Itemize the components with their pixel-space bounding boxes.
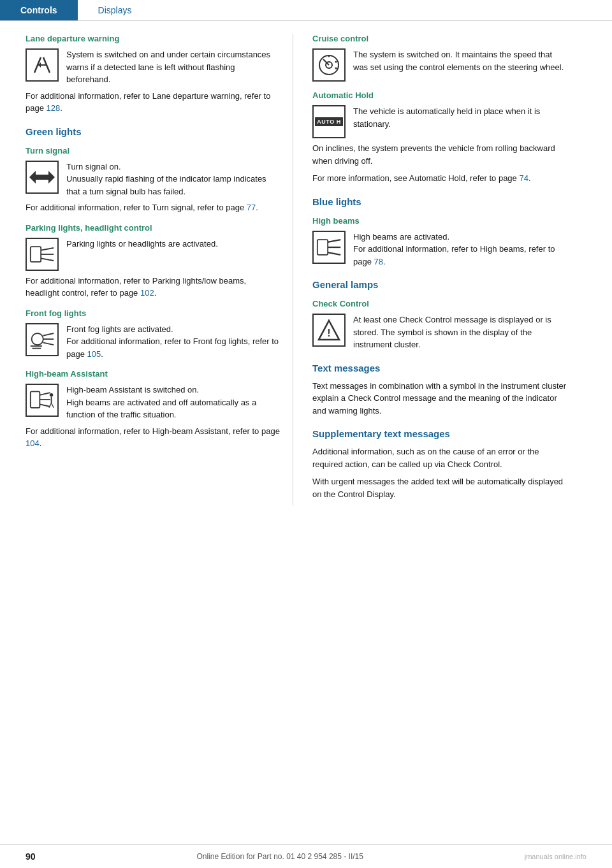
general-lamps-heading: General lamps	[312, 279, 567, 290]
front-fog-heading: Front fog lights	[26, 308, 280, 318]
parking-lights-text: Parking lights or headlights are activat…	[66, 238, 280, 250]
front-fog-icon	[26, 323, 59, 356]
svg-rect-15	[31, 391, 40, 407]
svg-line-10	[43, 333, 54, 336]
supplementary-para2: With urgent messages the added text will…	[312, 475, 567, 500]
automatic-hold-para2: On inclines, the system prevents the veh…	[312, 142, 567, 167]
tab-displays[interactable]: Displays	[78, 0, 152, 20]
svg-point-9	[32, 333, 43, 345]
parking-lights-block: Parking lights or headlights are activat…	[26, 238, 280, 271]
front-fog-section: Front fog lights	[26, 308, 280, 361]
svg-line-6	[41, 248, 54, 250]
automatic-hold-text: The vehicle is automatically held in pla…	[353, 105, 567, 130]
lane-departure-text: System is switched on and under certain …	[66, 48, 280, 86]
hba-section: High-beam Assistant	[26, 369, 280, 450]
automatic-hold-heading: Automatic Hold	[312, 90, 567, 100]
supplementary-heading: Supplementary text messages	[312, 428, 567, 439]
text-messages-para: Text messages in combination with a symb…	[312, 380, 567, 417]
automatic-hold-block: AUTO H The vehicle is automatically held…	[312, 105, 567, 138]
svg-line-18	[40, 404, 50, 407]
high-beams-block: High beams are activated. For additional…	[312, 231, 567, 268]
cruise-control-icon	[312, 48, 346, 82]
high-beams-link[interactable]: 78	[374, 257, 383, 266]
lane-departure-para: For additional information, refer to Lan…	[26, 90, 280, 115]
turn-signal-text: Turn signal on. Unusually rapid flashing…	[66, 161, 280, 198]
high-beams-section: High beams High beams are activated.	[312, 216, 567, 268]
hba-para: For additional information, refer to Hig…	[26, 425, 280, 450]
green-lights-section: Green lights Turn signal Turn signal on.…	[26, 126, 280, 450]
check-control-text: At least one Check Control message is di…	[353, 314, 567, 351]
svg-rect-5	[31, 247, 41, 262]
tab-controls[interactable]: Controls	[0, 0, 78, 20]
parking-lights-para: For additional information, refer to Par…	[26, 275, 280, 300]
lane-departure-section: Lane departure warning System is switche…	[26, 34, 280, 115]
cruise-control-section: Cruise control The system is	[312, 34, 567, 82]
svg-rect-29	[317, 240, 328, 255]
hba-block: High-beam Assistant is switched on. High…	[26, 384, 280, 421]
turn-signal-block: Turn signal on. Unusually rapid flashing…	[26, 161, 280, 198]
cruise-control-block: The system is switched on. It maintains …	[312, 48, 567, 82]
blue-lights-heading: Blue lights	[312, 196, 567, 207]
online-edition: Online Edition for Part no. 01 40 2 954 …	[196, 852, 363, 861]
parking-lights-icon	[26, 238, 59, 271]
text-messages-section: Text messages Text messages in combinati…	[312, 363, 567, 417]
lane-departure-link[interactable]: 128	[47, 103, 61, 113]
cruise-control-heading: Cruise control	[312, 34, 567, 43]
hba-heading: High-beam Assistant	[26, 369, 280, 379]
cruise-control-text: The system is switched on. It maintains …	[353, 48, 567, 73]
supplementary-section: Supplementary text messages Additional i…	[312, 428, 567, 500]
header-tabs: Controls Displays	[0, 0, 612, 21]
parking-lights-link[interactable]: 102	[140, 288, 154, 298]
check-control-block: ! At least one Check Control message is …	[312, 314, 567, 351]
watermark: jmanuals online.info	[525, 853, 586, 860]
high-beams-heading: High beams	[312, 216, 567, 226]
general-lamps-section: General lamps Check Control ! At least o…	[312, 279, 567, 351]
hba-icon	[26, 384, 59, 417]
svg-point-28	[335, 68, 337, 69]
automatic-hold-icon: AUTO H	[312, 105, 346, 138]
svg-marker-4	[29, 171, 55, 184]
turn-signal-icon	[26, 161, 59, 194]
svg-text:!: !	[327, 328, 330, 338]
svg-line-8	[41, 258, 54, 261]
parking-lights-heading: Parking lights, headlight control	[26, 223, 280, 233]
footer: 90 Online Edition for Part no. 01 40 2 9…	[0, 844, 612, 868]
check-control-section: Check Control ! At least one Check Contr…	[312, 299, 567, 351]
high-beams-text: High beams are activated. For additional…	[353, 231, 567, 268]
svg-point-19	[50, 393, 53, 396]
svg-point-26	[328, 55, 330, 57]
parking-lights-section: Parking lights, headlight control Parkin…	[26, 223, 280, 300]
supplementary-para1: Additional information, such as on the c…	[312, 445, 567, 470]
check-control-heading: Check Control	[312, 299, 567, 308]
front-fog-text: Front fog lights are activated. For addi…	[66, 323, 280, 361]
hba-link[interactable]: 104	[26, 438, 40, 448]
svg-line-22	[52, 403, 54, 408]
blue-lights-section: Blue lights High beams	[312, 196, 567, 268]
turn-signal-link[interactable]: 77	[247, 203, 256, 212]
turn-signal-heading: Turn signal	[26, 146, 280, 156]
svg-line-21	[49, 403, 52, 408]
turn-signal-para: For additional information, refer to Tur…	[26, 201, 280, 214]
right-column: Cruise control The system is	[293, 34, 586, 505]
lane-departure-icon	[26, 48, 59, 82]
front-fog-link[interactable]: 105	[87, 349, 101, 359]
front-fog-block: Front fog lights are activated. For addi…	[26, 323, 280, 361]
svg-line-30	[328, 240, 340, 242]
lane-departure-heading: Lane departure warning	[26, 34, 280, 43]
autoh-label: AUTO H	[315, 117, 342, 126]
svg-line-12	[43, 342, 54, 345]
svg-point-27	[335, 61, 337, 63]
svg-line-16	[40, 393, 50, 395]
turn-signal-section: Turn signal Turn signal on. Unusually ra…	[26, 146, 280, 214]
main-content: Lane departure warning System is switche…	[0, 21, 612, 518]
text-messages-heading: Text messages	[312, 363, 567, 373]
high-beams-icon	[312, 231, 346, 264]
green-lights-heading: Green lights	[26, 126, 280, 137]
page-number: 90	[26, 851, 36, 862]
automatic-hold-link[interactable]: 74	[519, 173, 528, 183]
hba-text: High-beam Assistant is switched on. High…	[66, 384, 280, 421]
automatic-hold-section: Automatic Hold AUTO H The vehicle is aut…	[312, 90, 567, 185]
left-column: Lane departure warning System is switche…	[0, 34, 293, 505]
lane-departure-block: System is switched on and under certain …	[26, 48, 280, 86]
automatic-hold-para3: For more information, see Automatic Hold…	[312, 172, 567, 185]
